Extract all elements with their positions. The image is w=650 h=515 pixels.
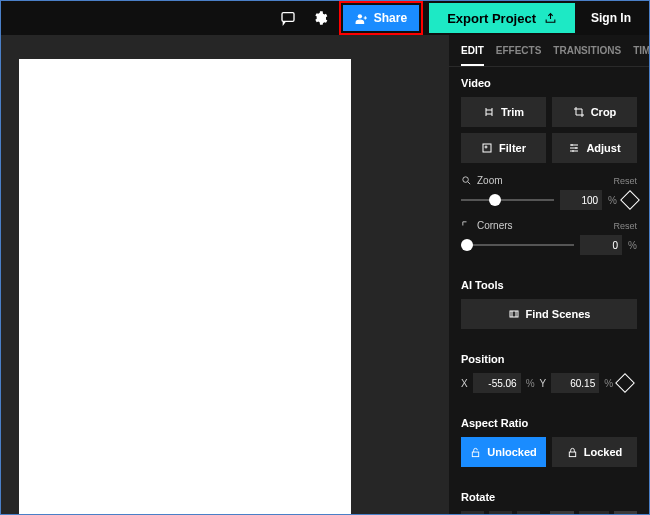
canvas[interactable] xyxy=(19,59,351,514)
panel-tabs: EDIT EFFECTS TRANSITIONS TIMING xyxy=(449,35,649,67)
lock-icon xyxy=(567,447,578,458)
unlock-icon xyxy=(470,447,481,458)
corners-reset[interactable]: Reset xyxy=(613,221,637,231)
unlocked-button[interactable]: Unlocked xyxy=(461,437,546,467)
sliders-icon xyxy=(568,142,580,154)
rotate-plus[interactable]: + xyxy=(614,511,637,514)
main: EDIT EFFECTS TRANSITIONS TIMING Video Tr… xyxy=(1,35,649,514)
zoom-reset[interactable]: Reset xyxy=(613,176,637,186)
crop-icon xyxy=(573,106,585,118)
rotate-section: Rotate − 0° + xyxy=(449,481,649,514)
scenes-icon xyxy=(508,308,520,320)
svg-rect-6 xyxy=(473,452,479,457)
share-button[interactable]: Share xyxy=(343,5,419,31)
tab-effects[interactable]: EFFECTS xyxy=(496,45,542,66)
export-icon xyxy=(544,12,557,25)
flip-v-button[interactable] xyxy=(517,511,540,514)
svg-point-4 xyxy=(463,177,469,183)
position-section: Position X -55.06 % Y 60.15 % xyxy=(449,343,649,407)
trim-button[interactable]: Trim xyxy=(461,97,546,127)
keyframe-icon[interactable] xyxy=(620,190,640,210)
locked-button[interactable]: Locked xyxy=(552,437,637,467)
ai-title: AI Tools xyxy=(461,279,637,291)
find-scenes-button[interactable]: Find Scenes xyxy=(461,299,637,329)
svg-point-1 xyxy=(357,14,361,18)
adjust-button[interactable]: Adjust xyxy=(552,133,637,163)
comment-icon[interactable] xyxy=(275,5,301,31)
gear-icon[interactable] xyxy=(307,5,333,31)
crop-button[interactable]: Crop xyxy=(552,97,637,127)
tab-transitions[interactable]: TRANSITIONS xyxy=(553,45,621,66)
corners-value[interactable]: 0 xyxy=(580,235,622,255)
svg-rect-0 xyxy=(282,13,294,22)
corners-unit: % xyxy=(628,240,637,251)
export-label: Export Project xyxy=(447,11,536,26)
canvas-area xyxy=(1,35,449,514)
aspect-section: Aspect Ratio Unlocked Locked xyxy=(449,407,649,481)
side-panel: EDIT EFFECTS TRANSITIONS TIMING Video Tr… xyxy=(449,35,649,514)
tab-timing[interactable]: TIMING xyxy=(633,45,649,66)
svg-point-3 xyxy=(485,146,487,148)
aspect-title: Aspect Ratio xyxy=(461,417,637,429)
rotate-ccw-button[interactable] xyxy=(461,511,484,514)
flip-h-button[interactable] xyxy=(489,511,512,514)
rotate-value[interactable]: 0° xyxy=(579,511,609,514)
video-section: Video Trim Crop Filter Adjust xyxy=(449,67,649,269)
corners-slider[interactable] xyxy=(461,237,574,253)
corner-icon xyxy=(461,220,472,231)
rotate-minus[interactable]: − xyxy=(550,511,573,514)
trim-icon xyxy=(483,106,495,118)
topbar: Share Export Project Sign In xyxy=(1,1,649,35)
keyframe-icon[interactable] xyxy=(615,373,635,393)
svg-rect-7 xyxy=(569,452,575,457)
zoom-slider[interactable] xyxy=(461,192,554,208)
filter-button[interactable]: Filter xyxy=(461,133,546,163)
ai-section: AI Tools Find Scenes xyxy=(449,269,649,343)
share-button-highlight: Share xyxy=(339,1,423,35)
video-title: Video xyxy=(461,77,637,89)
svg-rect-5 xyxy=(510,311,518,317)
corners-label: Corners xyxy=(461,220,513,231)
y-label: Y xyxy=(540,378,547,389)
rotate-title: Rotate xyxy=(461,491,637,503)
export-button[interactable]: Export Project xyxy=(429,3,575,33)
filter-icon xyxy=(481,142,493,154)
x-value[interactable]: -55.06 xyxy=(473,373,521,393)
share-label: Share xyxy=(374,11,407,25)
signin-link[interactable]: Sign In xyxy=(581,11,641,25)
y-value[interactable]: 60.15 xyxy=(551,373,599,393)
zoom-unit: % xyxy=(608,195,617,206)
person-add-icon xyxy=(355,12,368,25)
position-title: Position xyxy=(461,353,637,365)
magnify-icon xyxy=(461,175,472,186)
x-label: X xyxy=(461,378,468,389)
tab-edit[interactable]: EDIT xyxy=(461,45,484,66)
zoom-value[interactable]: 100 xyxy=(560,190,602,210)
zoom-label: Zoom xyxy=(461,175,503,186)
